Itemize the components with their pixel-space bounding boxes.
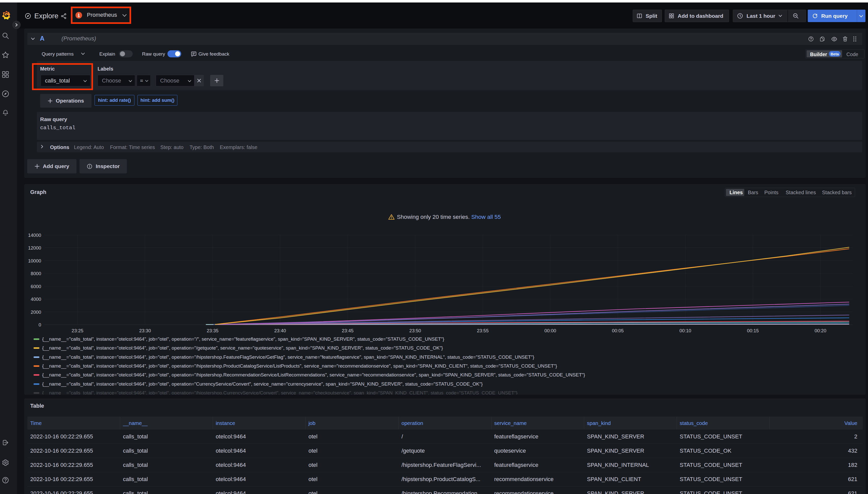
svg-text:23:30: 23:30 [139, 328, 151, 333]
svg-text:10000: 10000 [28, 258, 41, 264]
svg-text:23:35: 23:35 [206, 328, 218, 333]
svg-text:2000: 2000 [31, 309, 41, 315]
svg-text:00:10: 00:10 [680, 328, 691, 333]
svg-text:00:15: 00:15 [747, 328, 759, 333]
svg-text:00:20: 00:20 [815, 328, 826, 333]
svg-text:00:00: 00:00 [544, 328, 556, 333]
svg-text:23:55: 23:55 [477, 328, 489, 333]
svg-text:0: 0 [39, 322, 41, 327]
svg-text:14000: 14000 [28, 232, 41, 238]
svg-text:23:45: 23:45 [342, 328, 354, 333]
svg-text:6000: 6000 [31, 284, 41, 289]
svg-text:23:40: 23:40 [274, 328, 286, 333]
svg-text:12000: 12000 [28, 245, 41, 250]
svg-text:8000: 8000 [31, 271, 41, 276]
svg-text:23:50: 23:50 [409, 328, 421, 333]
svg-text:00:05: 00:05 [612, 328, 623, 333]
svg-text:4000: 4000 [31, 297, 41, 302]
svg-text:23:25: 23:25 [72, 328, 83, 333]
